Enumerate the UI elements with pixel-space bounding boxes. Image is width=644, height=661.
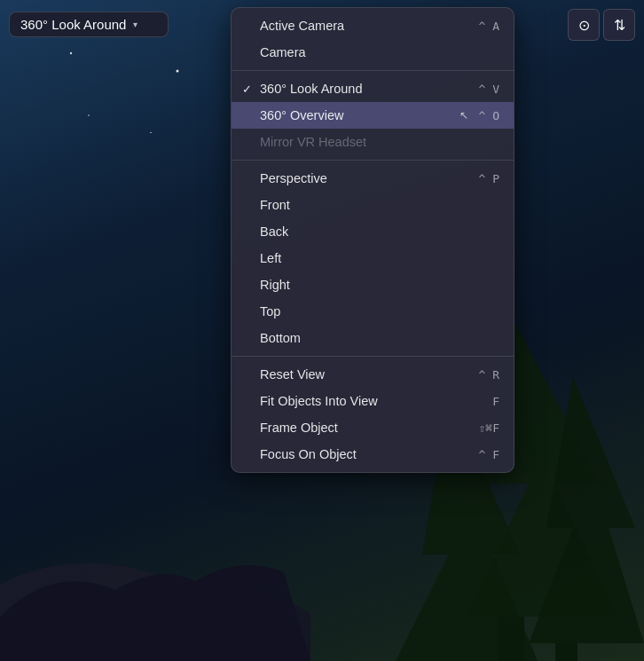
menu-item-back[interactable]: Back <box>232 218 514 245</box>
vr-icon: ⊙ <box>578 17 590 34</box>
menu-item-camera[interactable]: Camera <box>232 39 514 66</box>
menu-section-vr: 360° Look Around ^ V 360° Overview ↖ ^ O… <box>232 70 514 160</box>
menu-item-perspective[interactable]: Perspective ^ P <box>232 165 514 192</box>
menu-item-top[interactable]: Top <box>232 298 514 325</box>
menu-item-overview[interactable]: 360° Overview ↖ ^ O <box>232 102 514 129</box>
menu-item-look-around[interactable]: 360° Look Around ^ V <box>232 75 514 102</box>
svg-point-9 <box>150 132 152 133</box>
menu-item-bottom[interactable]: Bottom <box>232 325 514 351</box>
menu-item-front[interactable]: Front <box>232 192 514 218</box>
view-dropdown-menu: Active Camera ^ A Camera 360° Look Aroun… <box>231 7 514 473</box>
svg-point-8 <box>88 114 90 116</box>
menu-item-active-camera[interactable]: Active Camera ^ A <box>232 12 514 39</box>
svg-point-0 <box>70 52 72 54</box>
view-selector-label: 360° Look Around <box>20 17 126 32</box>
menu-item-reset-view[interactable]: Reset View ^ R <box>232 361 514 388</box>
menu-item-focus-object[interactable]: Focus On Object ^ F <box>232 441 514 468</box>
arrange-button[interactable]: ⇅ <box>603 9 635 41</box>
menu-item-fit-objects[interactable]: Fit Objects Into View F <box>232 388 514 414</box>
cursor-icon: ↖ <box>459 109 468 122</box>
menu-section-camera: Active Camera ^ A Camera <box>232 8 514 70</box>
menu-item-mirror-vr: Mirror VR Headset <box>232 129 514 155</box>
arrange-icon: ⇅ <box>614 17 625 34</box>
menu-item-left[interactable]: Left <box>232 245 514 271</box>
svg-rect-16 <box>498 617 524 661</box>
view-selector-button[interactable]: 360° Look Around ▾ <box>9 12 169 37</box>
menu-item-frame-object[interactable]: Frame Object ⇧⌘F <box>232 414 514 441</box>
svg-point-2 <box>177 70 179 73</box>
top-right-controls: ⊙ ⇅ <box>568 9 635 41</box>
menu-section-views: Perspective ^ P Front Back Left Right To… <box>232 160 514 356</box>
chevron-down-icon: ▾ <box>133 20 137 29</box>
menu-item-right[interactable]: Right <box>232 271 514 298</box>
menu-section-reset: Reset View ^ R Fit Objects Into View F F… <box>232 356 514 472</box>
svg-rect-17 <box>555 643 577 661</box>
vr-mode-button[interactable]: ⊙ <box>568 9 600 41</box>
